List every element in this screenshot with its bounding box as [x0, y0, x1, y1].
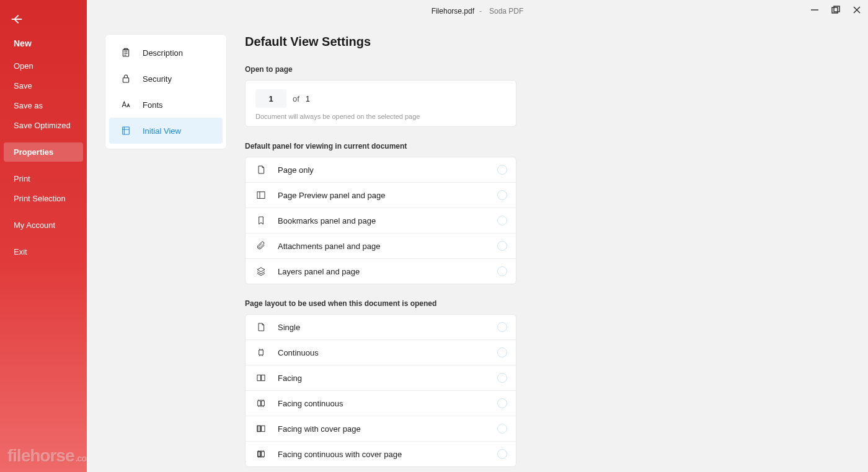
radio-indicator — [497, 373, 507, 383]
page-layout-card: Single Continuous Facing — [245, 314, 516, 467]
page-icon — [254, 165, 268, 175]
radio-indicator — [497, 449, 507, 459]
title-sep: - — [479, 7, 482, 15]
tab-label: Initial View — [143, 126, 181, 136]
radio-indicator — [497, 190, 507, 200]
facing-cover-icon — [254, 424, 268, 434]
radio-indicator — [497, 241, 507, 251]
tab-label: Description — [143, 48, 183, 58]
minimize-icon — [810, 6, 819, 14]
title-bar: Filehorse.pdf - Soda PDF — [87, 0, 868, 22]
section-open-to-page-label: Open to page — [245, 65, 825, 74]
radio-label: Facing continuous — [278, 399, 497, 408]
radio-indicator — [497, 216, 507, 225]
facing-continuous-icon — [254, 398, 268, 408]
maximize-icon — [831, 6, 840, 14]
sidebar-item-my-account[interactable]: My Account — [4, 216, 83, 235]
back-button[interactable] — [0, 9, 87, 35]
main-area: Filehorse.pdf - Soda PDF Description Sec… — [87, 0, 868, 472]
sidebar-item-save-optimized[interactable]: Save Optimized — [4, 116, 83, 135]
continuous-icon — [254, 347, 268, 357]
initial-view-icon — [120, 125, 131, 136]
clipboard-icon — [120, 47, 131, 58]
properties-tabs: Description Security Fonts Initial View — [105, 35, 226, 149]
bookmark-icon — [254, 216, 268, 225]
sidebar-item-open[interactable]: Open — [4, 56, 83, 76]
open-to-page-hint: Document will always be opened on the se… — [255, 113, 506, 120]
total-pages: 1 — [306, 94, 310, 103]
tab-description[interactable]: Description — [109, 40, 223, 66]
sidebar-item-print-selection[interactable]: Print Selection — [4, 189, 83, 208]
tab-label: Fonts — [143, 100, 163, 110]
default-panel-card: Page only Page Preview panel and page Bo… — [245, 157, 516, 284]
settings-panel: Default View Settings Open to page of 1 … — [245, 35, 849, 472]
svg-rect-6 — [257, 192, 265, 199]
single-page-icon — [254, 322, 268, 332]
radio-attachments-panel[interactable]: Attachments panel and page — [246, 234, 516, 259]
radio-label: Attachments panel and page — [278, 242, 497, 251]
section-page-layout-label: Page layout to be used when this documen… — [245, 299, 825, 308]
section-default-panel-label: Default panel for viewing in current doc… — [245, 142, 825, 151]
maximize-button[interactable] — [831, 5, 841, 15]
lock-icon — [120, 73, 131, 84]
radio-preview-panel[interactable]: Page Preview panel and page — [246, 183, 516, 208]
svg-rect-4 — [123, 78, 128, 82]
red-sidebar: New Open Save Save as Save Optimized Pro… — [0, 0, 87, 472]
page-input[interactable] — [255, 89, 286, 108]
radio-indicator — [497, 424, 507, 434]
radio-facing-continuous[interactable]: Facing continuous — [246, 391, 516, 416]
arrow-left-icon — [10, 12, 24, 26]
radio-label: Page only — [278, 165, 497, 175]
radio-continuous[interactable]: Continuous — [246, 340, 516, 365]
paperclip-icon — [254, 241, 268, 251]
document-name: Filehorse.pdf — [432, 7, 474, 15]
radio-indicator — [497, 165, 507, 175]
open-to-page-card: of 1 Document will always be opened on t… — [245, 80, 516, 127]
svg-rect-8 — [262, 375, 265, 380]
radio-label: Single — [278, 323, 497, 332]
svg-rect-14 — [262, 452, 265, 457]
watermark-logo: filehorse.com — [7, 446, 93, 466]
radio-page-only[interactable]: Page only — [246, 157, 516, 183]
sidebar-item-new[interactable]: New — [4, 35, 83, 56]
radio-label: Facing — [278, 374, 497, 383]
svg-rect-9 — [257, 426, 260, 431]
radio-facing[interactable]: Facing — [246, 365, 516, 391]
tab-initial-view[interactable]: Initial View — [109, 118, 223, 144]
svg-rect-12 — [258, 452, 261, 457]
close-icon — [852, 6, 861, 14]
facing-continuous-cover-icon — [254, 449, 268, 459]
radio-label: Bookmarks panel and page — [278, 216, 497, 225]
content-area: Description Security Fonts Initial View … — [87, 22, 868, 472]
radio-indicator — [497, 266, 507, 276]
tab-fonts[interactable]: Fonts — [109, 92, 223, 118]
close-button[interactable] — [852, 5, 862, 15]
app-window: New Open Save Save as Save Optimized Pro… — [0, 0, 868, 472]
sidebar-item-save[interactable]: Save — [4, 76, 83, 95]
radio-facing-cover[interactable]: Facing with cover page — [246, 416, 516, 442]
radio-layers-panel[interactable]: Layers panel and page — [246, 259, 516, 284]
watermark-brand: filehorse — [7, 446, 74, 465]
radio-label: Facing continuous with cover page — [278, 450, 497, 459]
radio-label: Page Preview panel and page — [278, 191, 497, 200]
sidebar-item-properties[interactable]: Properties — [4, 142, 83, 162]
facing-icon — [254, 373, 268, 383]
minimize-button[interactable] — [810, 5, 820, 15]
radio-label: Facing with cover page — [278, 424, 497, 434]
radio-label: Layers panel and page — [278, 267, 497, 276]
tab-label: Security — [143, 74, 172, 84]
radio-facing-continuous-cover[interactable]: Facing continuous with cover page — [246, 442, 516, 466]
radio-indicator — [497, 322, 507, 332]
open-to-page-row: of 1 — [255, 89, 506, 108]
svg-rect-5 — [123, 127, 130, 134]
sidebar-item-save-as[interactable]: Save as — [4, 96, 83, 115]
radio-single[interactable]: Single — [246, 315, 516, 340]
sidebar-item-exit[interactable]: Exit — [4, 242, 83, 261]
radio-bookmarks-panel[interactable]: Bookmarks panel and page — [246, 208, 516, 234]
tab-security[interactable]: Security — [109, 66, 223, 92]
sidebar-item-print[interactable]: Print — [4, 169, 83, 188]
preview-panel-icon — [254, 190, 268, 200]
window-controls — [810, 5, 862, 15]
app-name: Soda PDF — [489, 7, 523, 15]
radio-indicator — [497, 347, 507, 357]
